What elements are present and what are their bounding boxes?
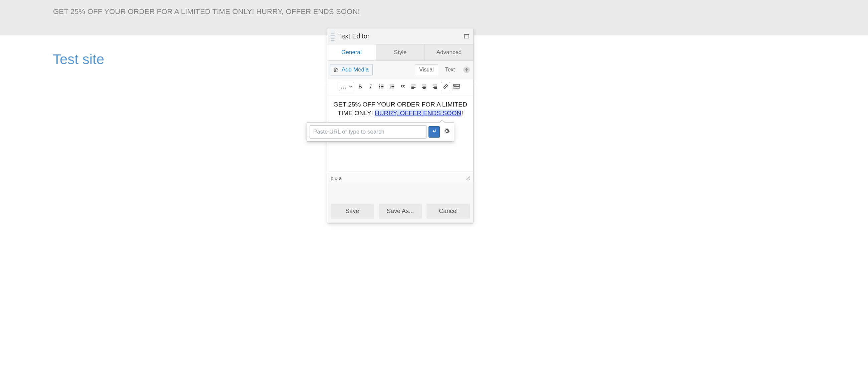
save-as-button[interactable]: Save As...	[379, 204, 422, 219]
svg-rect-14	[411, 86, 414, 87]
svg-rect-10	[392, 86, 394, 87]
mode-text[interactable]: Text	[441, 64, 459, 75]
editor-status-bar: p » a	[327, 173, 473, 183]
element-path[interactable]: p » a	[331, 175, 342, 181]
svg-rect-19	[422, 87, 426, 88]
panel-title: Text Editor	[338, 32, 464, 40]
bold-icon	[358, 84, 363, 89]
align-right-button[interactable]	[430, 82, 439, 91]
svg-point-5	[379, 88, 380, 89]
mode-visual[interactable]: Visual	[415, 64, 438, 75]
media-icon	[333, 67, 339, 73]
save-button[interactable]: Save	[331, 204, 374, 219]
gear-icon	[443, 128, 450, 136]
maximize-icon[interactable]	[464, 34, 469, 38]
svg-rect-17	[422, 85, 426, 86]
media-row: Add Media Visual Text	[327, 61, 473, 79]
unordered-list-icon	[378, 84, 384, 90]
link-url-input[interactable]	[310, 125, 427, 138]
panel-tabs: General Style Advanced	[327, 44, 473, 61]
align-right-icon	[432, 84, 438, 90]
align-left-button[interactable]	[409, 82, 418, 91]
link-apply-button[interactable]	[429, 126, 440, 137]
link-settings-button[interactable]	[442, 127, 451, 136]
panel-footer: Save Save As... Cancel	[327, 200, 473, 223]
quote-icon	[400, 84, 406, 90]
svg-rect-20	[423, 88, 426, 89]
align-center-icon	[421, 84, 427, 90]
italic-icon	[368, 84, 373, 89]
insert-link-button[interactable]	[441, 82, 450, 91]
svg-point-3	[379, 86, 380, 87]
svg-rect-21	[433, 85, 437, 86]
svg-rect-26	[454, 87, 460, 89]
bold-button[interactable]	[355, 82, 365, 91]
editor-link-text[interactable]: HURRY, OFFER ENDS SOON	[375, 109, 461, 117]
panel-header[interactable]: Text Editor	[327, 28, 473, 44]
ordered-list-icon: 123	[389, 84, 395, 90]
panel-spacer	[327, 183, 473, 200]
align-center-button[interactable]	[420, 82, 429, 91]
link-icon	[442, 84, 448, 90]
promo-banner-text: GET 25% OFF YOUR ORDER FOR A LIMITED TIM…	[53, 7, 360, 16]
svg-point-0	[335, 69, 336, 71]
align-left-icon	[410, 84, 416, 90]
svg-rect-8	[392, 85, 394, 86]
blockquote-button[interactable]	[398, 82, 407, 91]
resize-handle-icon[interactable]	[466, 176, 470, 180]
tab-general[interactable]: General	[327, 44, 376, 60]
svg-rect-6	[381, 88, 383, 89]
enter-icon	[431, 128, 437, 135]
add-media-label: Add Media	[342, 66, 369, 73]
chevron-down-icon	[349, 85, 352, 88]
svg-rect-12	[392, 88, 394, 89]
svg-rect-2	[381, 85, 383, 86]
svg-rect-4	[381, 86, 383, 87]
insert-link-popover	[307, 122, 454, 141]
svg-rect-22	[434, 86, 437, 87]
toolbar-toggle-button[interactable]	[452, 82, 462, 91]
add-media-button[interactable]: Add Media	[330, 64, 373, 75]
unordered-list-button[interactable]	[377, 82, 386, 91]
svg-point-1	[379, 85, 380, 86]
keyboard-icon	[453, 84, 460, 90]
svg-text:3: 3	[390, 87, 391, 89]
svg-rect-23	[433, 87, 437, 88]
paragraph-dropdown-label: ...	[341, 84, 347, 90]
tab-advanced[interactable]: Advanced	[425, 44, 473, 60]
tab-style[interactable]: Style	[376, 44, 425, 60]
svg-rect-13	[411, 85, 415, 86]
add-toolbar-button[interactable]	[463, 66, 470, 73]
drag-handle-icon[interactable]	[330, 32, 335, 41]
cancel-button[interactable]: Cancel	[427, 204, 470, 219]
paragraph-dropdown[interactable]: ...	[339, 82, 354, 91]
ordered-list-button[interactable]: 123	[388, 82, 397, 91]
svg-rect-15	[411, 87, 415, 88]
svg-rect-24	[434, 88, 437, 89]
editor-toolbar: ... 123	[327, 79, 473, 94]
editor-text-after: !	[461, 109, 463, 117]
svg-rect-16	[411, 88, 414, 89]
italic-button[interactable]	[366, 82, 375, 91]
svg-rect-18	[423, 86, 426, 87]
